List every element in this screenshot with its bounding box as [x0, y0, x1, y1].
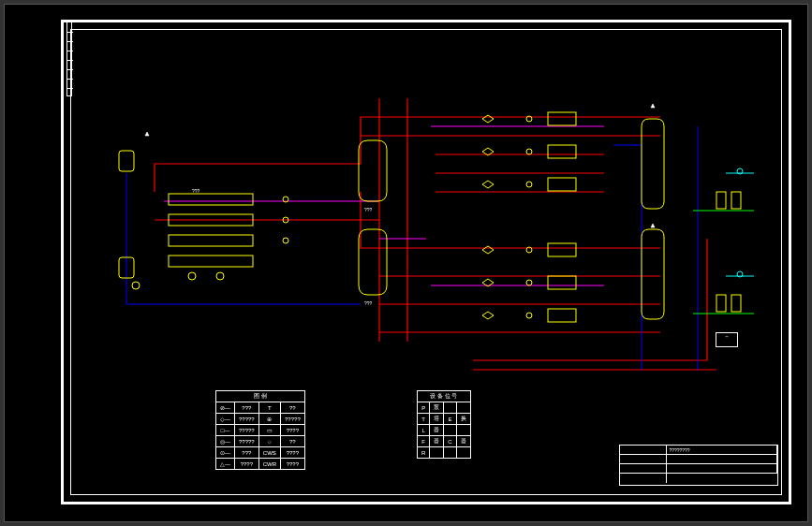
legend-row: ⊙—???CWS????: [216, 447, 305, 459]
heater-bank-label: ???: [192, 188, 199, 194]
legend-row: L器: [418, 425, 471, 436]
legend-row: R: [418, 447, 471, 459]
titleblock-dwg: [667, 474, 777, 483]
legend-row: ◎—?????○??: [216, 436, 305, 447]
corner-tag: ↔: [716, 332, 738, 347]
symbol-legend-title: 图 例: [216, 391, 305, 402]
titleblock-scale: [667, 464, 777, 473]
title-block: ????????: [619, 445, 778, 486]
legend-row: ◇—?????⊕?????: [216, 414, 305, 425]
left-ruler: [66, 22, 72, 96]
legend-row: ⊘—???T??: [216, 402, 305, 414]
legend-row: F器C器: [418, 436, 471, 447]
vessel-upper-label: ???: [364, 207, 372, 212]
legend-row: △—????CWR????: [216, 459, 305, 470]
symbol-legend: 图 例 ⊘—???T?? ◇—?????⊕????? □—?????▭???? …: [215, 390, 305, 470]
equipment-id-legend: 设 备 位 号 P泵 T塔E换 L器 F器C器 R: [417, 390, 471, 459]
vessel-lower-label: ???: [364, 300, 372, 306]
cad-canvas: ??? ??? ??? 图 例 ⊘—???T?? ◇—?????⊕????? □…: [4, 4, 808, 522]
legend-row: □—?????▭????: [216, 425, 305, 436]
equipment-id-legend-title: 设 备 位 号: [418, 391, 471, 402]
legend-row: P泵: [418, 402, 471, 414]
legend-row: T塔E换: [418, 414, 471, 425]
titleblock-project: ????????: [667, 446, 777, 454]
titleblock-title: [667, 455, 777, 463]
